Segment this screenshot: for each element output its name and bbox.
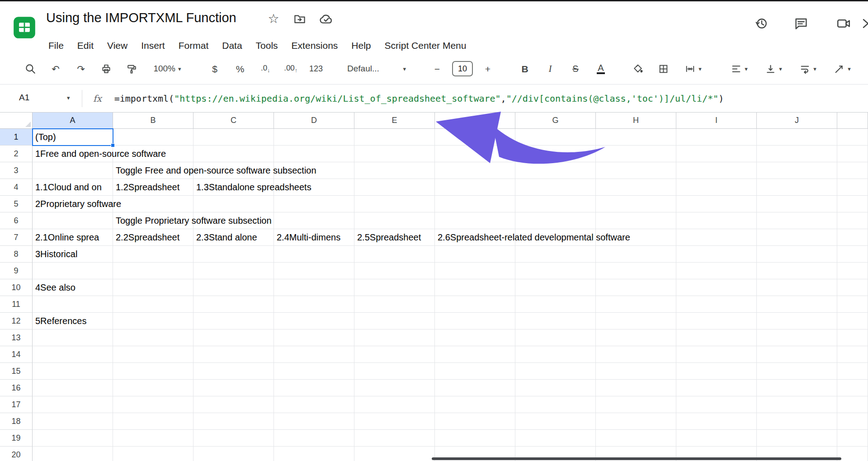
sheets-logo[interactable] <box>13 16 36 39</box>
meet-camera-button[interactable] <box>836 16 851 31</box>
cell-E4[interactable] <box>354 179 435 196</box>
cell-C14[interactable] <box>193 346 274 363</box>
version-history-button[interactable] <box>754 16 769 31</box>
cell-A10[interactable]: 4See also <box>33 279 113 296</box>
menu-file[interactable]: File <box>42 38 71 53</box>
cell-C7[interactable]: 2.3Stand alone <box>193 229 274 246</box>
menu-view[interactable]: View <box>100 38 134 53</box>
row-header-14[interactable]: 14 <box>0 346 33 363</box>
cell-F16[interactable] <box>435 380 515 396</box>
text-rotation-button[interactable]: ▾ <box>827 58 857 79</box>
cell-F14[interactable] <box>435 346 515 363</box>
column-header-H[interactable]: H <box>596 113 676 129</box>
cell-G8[interactable] <box>515 246 596 263</box>
cell-C5[interactable] <box>193 196 274 212</box>
cell-clipped-12[interactable] <box>837 313 868 329</box>
cell-J15[interactable] <box>757 363 837 380</box>
cell-A20[interactable] <box>33 447 113 461</box>
cell-clipped-13[interactable] <box>837 329 868 346</box>
cell-F19[interactable] <box>435 430 515 447</box>
cell-G19[interactable] <box>515 430 596 447</box>
cell-C1[interactable] <box>193 129 274 146</box>
cell-G16[interactable] <box>515 380 596 396</box>
cell-I9[interactable] <box>676 263 757 279</box>
cell-I17[interactable] <box>676 396 757 413</box>
cell-C18[interactable] <box>193 413 274 430</box>
cell-F4[interactable] <box>435 179 515 196</box>
cell-clipped-3[interactable] <box>837 162 868 179</box>
menu-format[interactable]: Format <box>172 38 216 53</box>
menu-script-center-menu[interactable]: Script Center Menu <box>378 38 473 53</box>
cell-G5[interactable] <box>515 196 596 212</box>
cell-C13[interactable] <box>193 329 274 346</box>
print-button[interactable] <box>96 58 117 79</box>
cell-G9[interactable] <box>515 263 596 279</box>
zoom-selector[interactable]: 100% ▾ <box>146 58 188 79</box>
cell-F6[interactable] <box>435 212 515 229</box>
cell-clipped-18[interactable] <box>837 413 868 430</box>
cell-clipped-20[interactable] <box>837 447 868 461</box>
redo-button[interactable]: ↷ <box>71 58 91 79</box>
cell-E16[interactable] <box>354 380 435 396</box>
menu-help[interactable]: Help <box>344 38 377 53</box>
cell-E18[interactable] <box>354 413 435 430</box>
search-button[interactable] <box>20 58 41 79</box>
cell-G6[interactable] <box>515 212 596 229</box>
menu-insert[interactable]: Insert <box>134 38 172 53</box>
cell-I1[interactable] <box>676 129 757 146</box>
cell-C17[interactable] <box>193 396 274 413</box>
row-header-7[interactable]: 7 <box>0 229 33 246</box>
cell-B20[interactable] <box>113 447 193 461</box>
cell-E7[interactable]: 2.5Spreadsheet <box>354 229 435 246</box>
cell-B17[interactable] <box>113 396 193 413</box>
cell-I18[interactable] <box>676 413 757 430</box>
cell-G10[interactable] <box>515 279 596 296</box>
cell-F11[interactable] <box>435 296 515 313</box>
cell-A15[interactable] <box>33 363 113 380</box>
cell-A5[interactable]: 2Proprietary software <box>33 196 113 212</box>
cell-A11[interactable] <box>33 296 113 313</box>
column-header-clipped[interactable] <box>837 113 868 129</box>
font-family-selector[interactable]: Defaul... ▾ <box>343 58 410 79</box>
cell-clipped-4[interactable] <box>837 179 868 196</box>
cell-H5[interactable] <box>596 196 676 212</box>
cell-clipped-5[interactable] <box>837 196 868 212</box>
cell-C11[interactable] <box>193 296 274 313</box>
cell-I14[interactable] <box>676 346 757 363</box>
more-toolbar-button[interactable]: ⋮ <box>862 58 868 79</box>
cell-C2[interactable] <box>193 146 274 162</box>
select-all-corner[interactable] <box>0 113 33 129</box>
cell-I12[interactable] <box>676 313 757 329</box>
cell-B10[interactable] <box>113 279 193 296</box>
cell-I13[interactable] <box>676 329 757 346</box>
cell-E11[interactable] <box>354 296 435 313</box>
cell-C15[interactable] <box>193 363 274 380</box>
cell-J11[interactable] <box>757 296 837 313</box>
cell-B6[interactable]: Toggle Proprietary software subsection <box>113 212 193 229</box>
cell-E15[interactable] <box>354 363 435 380</box>
cell-C12[interactable] <box>193 313 274 329</box>
merge-cells-button[interactable]: ▾ <box>678 58 708 79</box>
cell-B5[interactable] <box>113 196 193 212</box>
cell-A4[interactable]: 1.1Cloud and on <box>33 179 113 196</box>
cell-J7[interactable] <box>757 229 837 246</box>
cell-I11[interactable] <box>676 296 757 313</box>
cell-I10[interactable] <box>676 279 757 296</box>
cell-H4[interactable] <box>596 179 676 196</box>
cell-A18[interactable] <box>33 413 113 430</box>
text-color-button[interactable]: A <box>590 58 611 79</box>
cell-A7[interactable]: 2.1Online sprea <box>33 229 113 246</box>
row-header-18[interactable]: 18 <box>0 413 33 430</box>
column-header-A[interactable]: A <box>33 113 113 129</box>
cell-D15[interactable] <box>274 363 354 380</box>
cell-G18[interactable] <box>515 413 596 430</box>
cell-A13[interactable] <box>33 329 113 346</box>
cell-B11[interactable] <box>113 296 193 313</box>
column-header-J[interactable]: J <box>757 113 837 129</box>
italic-button[interactable]: I <box>540 58 561 79</box>
cell-H19[interactable] <box>596 430 676 447</box>
cell-B14[interactable] <box>113 346 193 363</box>
cell-I3[interactable] <box>676 162 757 179</box>
cell-I19[interactable] <box>676 430 757 447</box>
cell-F5[interactable] <box>435 196 515 212</box>
